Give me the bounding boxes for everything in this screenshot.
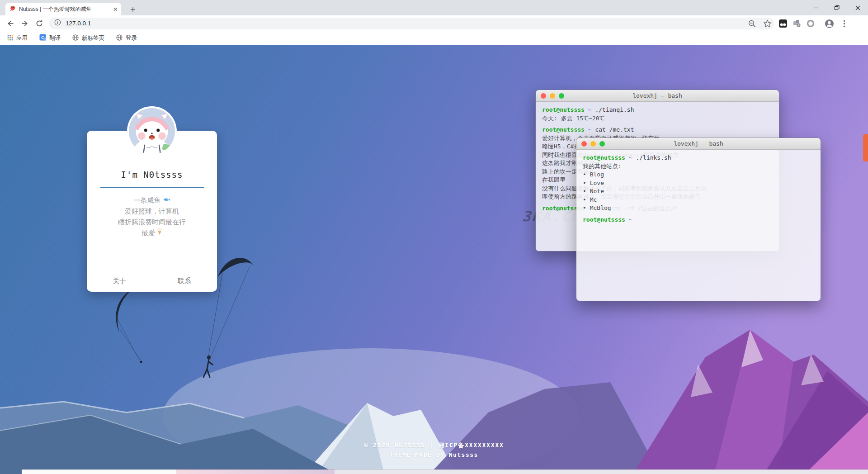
terminal-output-line: • McBlog [583, 204, 814, 213]
desc-line: 瞎折腾浪费时间最在行 [87, 217, 217, 228]
browser-window: Nutssss | 一个热爱游戏的咸鱼 [0, 0, 868, 474]
site-footer: © 2020 NUTSSSS | 湘ICP备XXXXXXXXX THEME MA… [0, 441, 868, 458]
terminal-output-line: 我的其他站点: [583, 162, 814, 171]
profile-card: I'm N0tssss 一条咸鱼 爱好篮球，计算机 瞎折腾浪费时间最在行 最爱 [87, 131, 217, 292]
url-text[interactable]: 127.0.0.1 [66, 20, 769, 27]
webpage: 3KA.CN [0, 45, 868, 474]
bookmark-label: 应用 [16, 34, 28, 42]
browser-tab[interactable]: Nutssss | 一个热爱游戏的咸鱼 [5, 3, 121, 15]
tab-close-icon[interactable] [113, 5, 118, 13]
desc-line: 爱好篮球，计算机 [87, 206, 217, 217]
toolbar-separator [819, 19, 819, 28]
terminal-output-line: • Blog [583, 171, 814, 179]
copyright-text: © 2020 NUTSSSS | 湘ICP备XXXXXXXXX [0, 441, 868, 450]
terminal-output-line: 今天: 多云 15℃~20℃ [542, 114, 773, 123]
page-scrollbar-thumb[interactable] [863, 134, 868, 161]
translate-icon: G [39, 34, 46, 43]
info-icon[interactable] [54, 19, 61, 28]
bookmarks-bar: 应用 G 翻译 新标签页 登录 [0, 31, 868, 45]
new-tab-button[interactable] [127, 4, 138, 15]
profile-avatar-icon[interactable] [824, 19, 834, 28]
terminal-output-line: • Love [583, 179, 814, 188]
terminal-body[interactable]: root@nutssss ~ ./links.sh我的其他站点:• Blog• … [576, 150, 821, 301]
browser-toolbar: 127.0.0.1 [0, 15, 868, 31]
terminal-output-line: • Note [583, 187, 814, 196]
zoom-out-icon[interactable] [747, 19, 757, 28]
minimize-button[interactable] [806, 0, 826, 15]
globe-icon [116, 34, 123, 43]
terminal-prompt-line: root@nutssss ~ [583, 216, 814, 224]
bookmark-label: 新标签页 [82, 34, 104, 42]
terminal-prompt-line: root@nutssss ~ cat /me.txt [542, 126, 773, 134]
terminal-title: lovexhj — bash [576, 140, 821, 147]
window-controls [806, 0, 868, 15]
bookmark-translate[interactable]: G 翻译 [39, 34, 61, 43]
globe-icon [72, 34, 79, 43]
background-window-sliver-white[interactable] [22, 469, 176, 474]
close-button[interactable] [847, 0, 868, 15]
tab-title: Nutssss | 一个热爱游戏的咸鱼 [19, 5, 110, 13]
menu-dots-icon[interactable] [839, 19, 849, 28]
terminal-title: lovexhj — bash [536, 92, 779, 99]
favicon [9, 5, 16, 14]
terminal-titlebar[interactable]: lovexhj — bash [536, 90, 779, 102]
card-links-row: 关于 联系 [87, 277, 217, 285]
bookmark-label: 翻译 [49, 34, 61, 42]
restore-button[interactable] [826, 0, 847, 15]
profile-name: I'm N0tssss [87, 170, 217, 180]
bookmark-label: 登录 [126, 34, 137, 42]
terminal-titlebar[interactable]: lovexhj — bash [576, 138, 821, 150]
tampermonkey-extension-icon[interactable] [778, 19, 788, 28]
theme-credit-text: THEME MADE BY Nutssss [0, 451, 868, 458]
apps-grid-icon [7, 34, 13, 43]
forward-icon[interactable] [20, 19, 30, 28]
terminal-output-line: • Mc [583, 196, 814, 204]
background-window-sliver-gray[interactable] [335, 469, 868, 474]
bookmark-star-icon[interactable] [762, 19, 772, 28]
ring-extension-icon[interactable] [806, 19, 816, 28]
browser-titlebar: Nutssss | 一个热爱游戏的咸鱼 [0, 0, 868, 15]
card-divider [100, 187, 204, 188]
bookmark-newtab[interactable]: 新标签页 [72, 34, 104, 43]
proxy-extension-icon[interactable] [792, 19, 802, 28]
terminal-prompt-line: root@nutssss ~ ./tianqi.sh [542, 106, 773, 114]
bookmark-login[interactable]: 登录 [116, 34, 137, 43]
ice-cream-icon [157, 228, 162, 238]
back-icon[interactable] [5, 19, 15, 28]
terminal-window-2[interactable]: lovexhj — bash root@nutssss ~ ./links.sh… [576, 137, 821, 301]
desc-line: 一条咸鱼 [87, 195, 217, 206]
profile-description: 一条咸鱼 爱好篮球，计算机 瞎折腾浪费时间最在行 最爱 [87, 195, 217, 238]
bookmark-apps[interactable]: 应用 [7, 34, 28, 43]
reload-icon[interactable] [34, 19, 44, 28]
background-window-sliver-pink[interactable] [176, 469, 335, 474]
terminal-prompt-line: root@nutssss ~ ./links.sh [583, 154, 814, 162]
about-link[interactable]: 关于 [87, 277, 152, 285]
contact-link[interactable]: 联系 [152, 277, 217, 285]
desc-line: 最爱 [87, 228, 217, 238]
fish-icon [163, 195, 170, 206]
avatar[interactable] [127, 106, 177, 156]
address-bar[interactable]: 127.0.0.1 [49, 18, 774, 29]
